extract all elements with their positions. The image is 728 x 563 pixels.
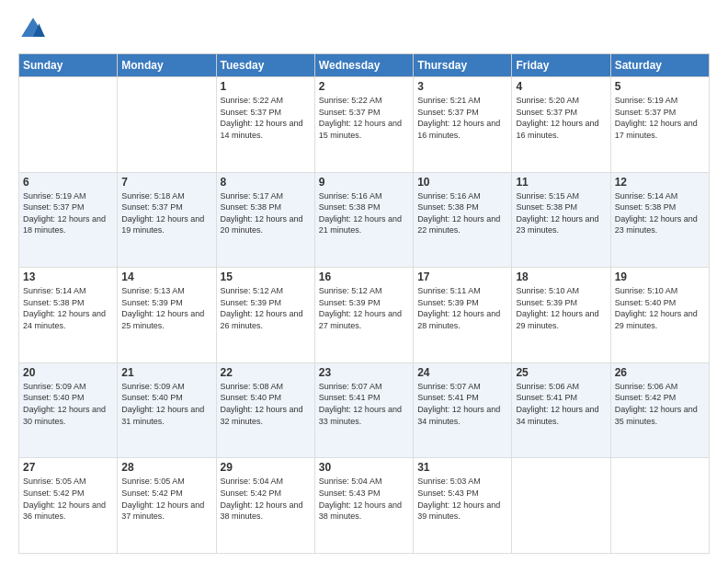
day-cell: 18Sunrise: 5:10 AM Sunset: 5:39 PM Dayli… bbox=[512, 268, 610, 363]
day-header-thursday: Thursday bbox=[414, 54, 512, 77]
day-cell: 12Sunrise: 5:14 AM Sunset: 5:38 PM Dayli… bbox=[610, 172, 709, 268]
day-number: 29 bbox=[221, 461, 311, 474]
day-cell: 5Sunrise: 5:19 AM Sunset: 5:37 PM Daylig… bbox=[610, 77, 709, 173]
day-number: 31 bbox=[417, 461, 507, 474]
day-number: 10 bbox=[417, 176, 507, 189]
day-cell: 17Sunrise: 5:11 AM Sunset: 5:39 PM Dayli… bbox=[414, 268, 512, 363]
day-header-monday: Monday bbox=[118, 54, 216, 77]
day-number: 12 bbox=[615, 176, 705, 189]
logo bbox=[18, 15, 51, 44]
day-info: Sunrise: 5:07 AM Sunset: 5:41 PM Dayligh… bbox=[319, 381, 409, 427]
day-number: 9 bbox=[319, 176, 409, 189]
day-header-sunday: Sunday bbox=[19, 54, 118, 77]
day-number: 8 bbox=[221, 176, 311, 189]
day-info: Sunrise: 5:12 AM Sunset: 5:39 PM Dayligh… bbox=[221, 285, 311, 331]
day-info: Sunrise: 5:10 AM Sunset: 5:40 PM Dayligh… bbox=[615, 285, 705, 331]
day-cell: 14Sunrise: 5:13 AM Sunset: 5:39 PM Dayli… bbox=[118, 268, 216, 363]
week-row-3: 13Sunrise: 5:14 AM Sunset: 5:38 PM Dayli… bbox=[19, 268, 710, 363]
logo-icon bbox=[18, 15, 48, 44]
day-cell bbox=[19, 77, 118, 173]
day-header-saturday: Saturday bbox=[610, 54, 709, 77]
day-info: Sunrise: 5:19 AM Sunset: 5:37 PM Dayligh… bbox=[23, 190, 113, 236]
day-cell bbox=[610, 458, 709, 554]
day-cell: 4Sunrise: 5:20 AM Sunset: 5:37 PM Daylig… bbox=[512, 77, 610, 173]
day-cell: 9Sunrise: 5:16 AM Sunset: 5:38 PM Daylig… bbox=[314, 172, 413, 268]
day-info: Sunrise: 5:05 AM Sunset: 5:42 PM Dayligh… bbox=[23, 476, 113, 522]
day-cell: 29Sunrise: 5:04 AM Sunset: 5:42 PM Dayli… bbox=[216, 458, 314, 554]
day-info: Sunrise: 5:17 AM Sunset: 5:38 PM Dayligh… bbox=[221, 190, 311, 236]
day-cell: 30Sunrise: 5:04 AM Sunset: 5:43 PM Dayli… bbox=[314, 458, 413, 554]
calendar-table: SundayMondayTuesdayWednesdayThursdayFrid… bbox=[18, 53, 710, 554]
day-number: 26 bbox=[615, 366, 705, 379]
day-cell: 26Sunrise: 5:06 AM Sunset: 5:42 PM Dayli… bbox=[610, 362, 709, 458]
day-cell: 1Sunrise: 5:22 AM Sunset: 5:37 PM Daylig… bbox=[216, 77, 314, 173]
day-info: Sunrise: 5:16 AM Sunset: 5:38 PM Dayligh… bbox=[417, 190, 507, 236]
day-number: 2 bbox=[319, 80, 409, 93]
day-number: 18 bbox=[516, 270, 606, 283]
day-number: 5 bbox=[615, 80, 705, 93]
day-info: Sunrise: 5:22 AM Sunset: 5:37 PM Dayligh… bbox=[319, 95, 409, 141]
day-info: Sunrise: 5:09 AM Sunset: 5:40 PM Dayligh… bbox=[121, 381, 211, 427]
day-number: 23 bbox=[319, 366, 409, 379]
day-header-tuesday: Tuesday bbox=[216, 54, 314, 77]
day-info: Sunrise: 5:19 AM Sunset: 5:37 PM Dayligh… bbox=[615, 95, 705, 141]
day-number: 30 bbox=[319, 461, 409, 474]
day-info: Sunrise: 5:13 AM Sunset: 5:39 PM Dayligh… bbox=[121, 285, 211, 331]
day-cell: 21Sunrise: 5:09 AM Sunset: 5:40 PM Dayli… bbox=[118, 362, 216, 458]
day-info: Sunrise: 5:04 AM Sunset: 5:43 PM Dayligh… bbox=[319, 476, 409, 522]
week-row-1: 1Sunrise: 5:22 AM Sunset: 5:37 PM Daylig… bbox=[19, 77, 710, 173]
day-number: 3 bbox=[417, 80, 507, 93]
day-info: Sunrise: 5:07 AM Sunset: 5:41 PM Dayligh… bbox=[417, 381, 507, 427]
header bbox=[18, 15, 710, 44]
day-cell: 25Sunrise: 5:06 AM Sunset: 5:41 PM Dayli… bbox=[512, 362, 610, 458]
day-info: Sunrise: 5:08 AM Sunset: 5:40 PM Dayligh… bbox=[221, 381, 311, 427]
day-info: Sunrise: 5:06 AM Sunset: 5:42 PM Dayligh… bbox=[615, 381, 705, 427]
day-cell: 19Sunrise: 5:10 AM Sunset: 5:40 PM Dayli… bbox=[610, 268, 709, 363]
day-number: 7 bbox=[121, 176, 211, 189]
day-cell bbox=[512, 458, 610, 554]
day-cell: 15Sunrise: 5:12 AM Sunset: 5:39 PM Dayli… bbox=[216, 268, 314, 363]
day-cell: 23Sunrise: 5:07 AM Sunset: 5:41 PM Dayli… bbox=[314, 362, 413, 458]
page: SundayMondayTuesdayWednesdayThursdayFrid… bbox=[0, 0, 728, 563]
day-cell: 16Sunrise: 5:12 AM Sunset: 5:39 PM Dayli… bbox=[314, 268, 413, 363]
week-row-5: 27Sunrise: 5:05 AM Sunset: 5:42 PM Dayli… bbox=[19, 458, 710, 554]
week-row-2: 6Sunrise: 5:19 AM Sunset: 5:37 PM Daylig… bbox=[19, 172, 710, 268]
day-cell: 28Sunrise: 5:05 AM Sunset: 5:42 PM Dayli… bbox=[118, 458, 216, 554]
day-cell: 7Sunrise: 5:18 AM Sunset: 5:37 PM Daylig… bbox=[118, 172, 216, 268]
day-info: Sunrise: 5:16 AM Sunset: 5:38 PM Dayligh… bbox=[319, 190, 409, 236]
day-info: Sunrise: 5:14 AM Sunset: 5:38 PM Dayligh… bbox=[23, 285, 113, 331]
day-cell: 2Sunrise: 5:22 AM Sunset: 5:37 PM Daylig… bbox=[314, 77, 413, 173]
day-number: 14 bbox=[121, 270, 211, 283]
day-info: Sunrise: 5:09 AM Sunset: 5:40 PM Dayligh… bbox=[23, 381, 113, 427]
day-cell: 27Sunrise: 5:05 AM Sunset: 5:42 PM Dayli… bbox=[19, 458, 118, 554]
day-number: 4 bbox=[516, 80, 606, 93]
day-cell bbox=[118, 77, 216, 173]
calendar-header: SundayMondayTuesdayWednesdayThursdayFrid… bbox=[19, 54, 710, 77]
day-number: 20 bbox=[23, 366, 113, 379]
day-number: 11 bbox=[516, 176, 606, 189]
day-cell: 22Sunrise: 5:08 AM Sunset: 5:40 PM Dayli… bbox=[216, 362, 314, 458]
day-number: 21 bbox=[121, 366, 211, 379]
day-info: Sunrise: 5:11 AM Sunset: 5:39 PM Dayligh… bbox=[417, 285, 507, 331]
day-cell: 3Sunrise: 5:21 AM Sunset: 5:37 PM Daylig… bbox=[414, 77, 512, 173]
days-row: SundayMondayTuesdayWednesdayThursdayFrid… bbox=[19, 54, 710, 77]
day-number: 19 bbox=[615, 270, 705, 283]
day-number: 17 bbox=[417, 270, 507, 283]
day-cell: 10Sunrise: 5:16 AM Sunset: 5:38 PM Dayli… bbox=[414, 172, 512, 268]
day-info: Sunrise: 5:10 AM Sunset: 5:39 PM Dayligh… bbox=[516, 285, 606, 331]
day-cell: 6Sunrise: 5:19 AM Sunset: 5:37 PM Daylig… bbox=[19, 172, 118, 268]
day-info: Sunrise: 5:20 AM Sunset: 5:37 PM Dayligh… bbox=[516, 95, 606, 141]
day-number: 22 bbox=[221, 366, 311, 379]
day-info: Sunrise: 5:21 AM Sunset: 5:37 PM Dayligh… bbox=[417, 95, 507, 141]
day-header-wednesday: Wednesday bbox=[314, 54, 413, 77]
week-row-4: 20Sunrise: 5:09 AM Sunset: 5:40 PM Dayli… bbox=[19, 362, 710, 458]
day-number: 25 bbox=[516, 366, 606, 379]
day-header-friday: Friday bbox=[512, 54, 610, 77]
day-cell: 20Sunrise: 5:09 AM Sunset: 5:40 PM Dayli… bbox=[19, 362, 118, 458]
day-cell: 11Sunrise: 5:15 AM Sunset: 5:38 PM Dayli… bbox=[512, 172, 610, 268]
day-number: 28 bbox=[121, 461, 211, 474]
day-number: 13 bbox=[23, 270, 113, 283]
day-info: Sunrise: 5:05 AM Sunset: 5:42 PM Dayligh… bbox=[121, 476, 211, 522]
day-info: Sunrise: 5:22 AM Sunset: 5:37 PM Dayligh… bbox=[221, 95, 311, 141]
day-number: 24 bbox=[417, 366, 507, 379]
